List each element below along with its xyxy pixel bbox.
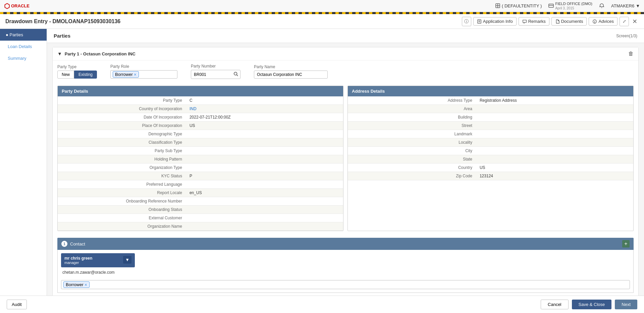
party-detail-label: Party Type [58, 96, 186, 105]
party-detail-value [186, 147, 343, 155]
party-detail-value [186, 138, 343, 147]
address-detail-label: City [348, 147, 476, 155]
address-detail-value [476, 155, 633, 164]
party-detail-row: Party TypeC [58, 96, 343, 105]
address-detail-label: Address Type [348, 96, 476, 105]
party-detail-row: Place Of IncorporationUS [58, 122, 343, 130]
party-collapse-chevron[interactable]: ▼ [57, 51, 62, 56]
party-type-row: Party Type New Existing Party Role Borro… [53, 60, 638, 82]
address-detail-row: Landmark [348, 130, 633, 138]
party-detail-label: Preferred Language [58, 180, 186, 189]
party-detail-label: Demographic Type [58, 130, 186, 138]
address-details-panel: Address Details Address TypeRegistration… [347, 86, 634, 231]
topbar: ⬡ ORACLE ( DEFAULTENTITY ) FIELD OFFICE … [0, 0, 644, 12]
sidebar-item-summary[interactable]: Summary [0, 52, 47, 64]
office-info: FIELD OFFICE (DMO) April 3, 2015 [548, 1, 592, 10]
party-type-toggle: New Existing [57, 71, 97, 79]
party-name-field: Party Name [254, 64, 328, 79]
address-detail-value [476, 130, 633, 138]
address-detail-value [476, 147, 633, 155]
contact-tag-input[interactable]: Borrower × [61, 280, 630, 289]
entity-info: ( DEFAULTENTITY ) [495, 3, 542, 8]
party-details-header: Party Details [58, 86, 343, 96]
party-detail-label: Date Of Incorporation [58, 113, 186, 122]
contact-card-name: mr chris green [64, 256, 92, 261]
address-detail-row: Locality [348, 138, 633, 147]
contact-add-button[interactable]: + [622, 240, 630, 248]
party-number-label: Party Number [191, 64, 240, 69]
party-detail-label: Organization Name [58, 222, 186, 231]
application-info-button[interactable]: Application Info [473, 17, 517, 26]
save-close-button[interactable]: Save & Close [572, 300, 612, 309]
party-role-field: Party Role Borrower × [110, 64, 177, 79]
party-detail-label: Country of Incorporation [58, 105, 186, 113]
party-detail-label: Onboarding Status [58, 206, 186, 214]
contact-email: chetan.m.zawar@oracle.com [61, 267, 630, 277]
footer-right-actions: Cancel Save & Close Next [541, 300, 637, 309]
remarks-icon [522, 19, 527, 24]
party-detail-label: External Customer [58, 214, 186, 222]
party-detail-value: P [186, 172, 343, 180]
party-detail-label: Party Sub Type [58, 147, 186, 155]
address-detail-value: Registration Address [476, 96, 633, 105]
party-type-new-button[interactable]: New [57, 71, 74, 79]
party-number-search[interactable] [191, 70, 240, 79]
party-detail-value: C [186, 96, 343, 105]
party-name-input[interactable] [254, 71, 328, 79]
office-icon [548, 3, 554, 8]
search-icon [233, 72, 238, 76]
party-type-existing-button[interactable]: Existing [74, 71, 97, 79]
party-number-search-button[interactable] [231, 70, 240, 79]
address-detail-label: Building [348, 113, 476, 122]
audit-button[interactable]: Audit [7, 300, 27, 309]
close-button[interactable]: ✕ [631, 18, 639, 25]
party-detail-label: Classification Type [58, 138, 186, 147]
user-dropdown-icon: ▼ [636, 3, 640, 8]
user-info[interactable]: ATMAKER6 ▼ [611, 3, 640, 8]
application-icon [477, 19, 482, 24]
address-detail-label: Area [348, 105, 476, 113]
party-detail-value: US [186, 122, 343, 130]
page-title: Drawdown Entry - DMOLOANAP15093030136 [5, 18, 120, 25]
next-button[interactable]: Next [615, 300, 637, 309]
party-detail-row: External Customer [58, 214, 343, 222]
address-detail-row: State [348, 155, 633, 164]
contact-card-dropdown-button[interactable]: ▼ [123, 256, 131, 264]
party-details-table: Party TypeCCountry of IncorporationINDDa… [58, 96, 343, 231]
cancel-button[interactable]: Cancel [541, 300, 568, 309]
page-footer: Audit Cancel Save & Close Next [0, 296, 644, 313]
address-detail-label: Locality [348, 138, 476, 147]
party-detail-label: Place Of Incorporation [58, 122, 186, 130]
sidebar-item-loan-details[interactable]: Loan Details [0, 41, 47, 52]
party-detail-label: Onboarding Reference Number [58, 197, 186, 206]
party-detail-value: en_US [186, 189, 343, 197]
contact-card-role: manager [64, 261, 92, 265]
svg-rect-6 [478, 19, 481, 23]
contact-card: mr chris green manager ▼ [61, 253, 135, 267]
address-detail-label: State [348, 155, 476, 164]
party-delete-button[interactable]: 🗑 [628, 51, 634, 57]
page-header: Drawdown Entry - DMOLOANAP15093030136 ⓘ … [0, 14, 644, 29]
advices-button[interactable]: Advices [589, 17, 618, 26]
party-role-input[interactable]: Borrower × [110, 70, 177, 79]
party-detail-label: KYC Status [58, 172, 186, 180]
notification-bell[interactable] [599, 3, 604, 8]
info-button[interactable]: ⓘ [462, 17, 471, 26]
contact-role-tag-close[interactable]: × [85, 282, 87, 287]
address-detail-row: Address TypeRegistration Address [348, 96, 633, 105]
party-details-panel: Party Details Party TypeCCountry of Inco… [57, 86, 343, 231]
party-number-input[interactable] [191, 71, 231, 78]
party-detail-row: Holding Pattern [58, 155, 343, 164]
sidebar: ● Parties Loan Details Summary [0, 29, 47, 296]
sidebar-item-parties[interactable]: ● Parties [0, 29, 47, 41]
party-role-tag-close[interactable]: × [134, 72, 137, 77]
party-detail-value [186, 222, 343, 231]
advices-icon [592, 19, 597, 24]
address-detail-label: Country [348, 164, 476, 172]
party-type-field: Party Type New Existing [57, 64, 97, 79]
remarks-button[interactable]: Remarks [519, 17, 549, 26]
address-details-header: Address Details [348, 86, 633, 96]
expand-button[interactable]: ⤢ [620, 17, 629, 26]
address-detail-label: Zip Code [348, 172, 476, 180]
documents-button[interactable]: Documents [551, 17, 587, 26]
